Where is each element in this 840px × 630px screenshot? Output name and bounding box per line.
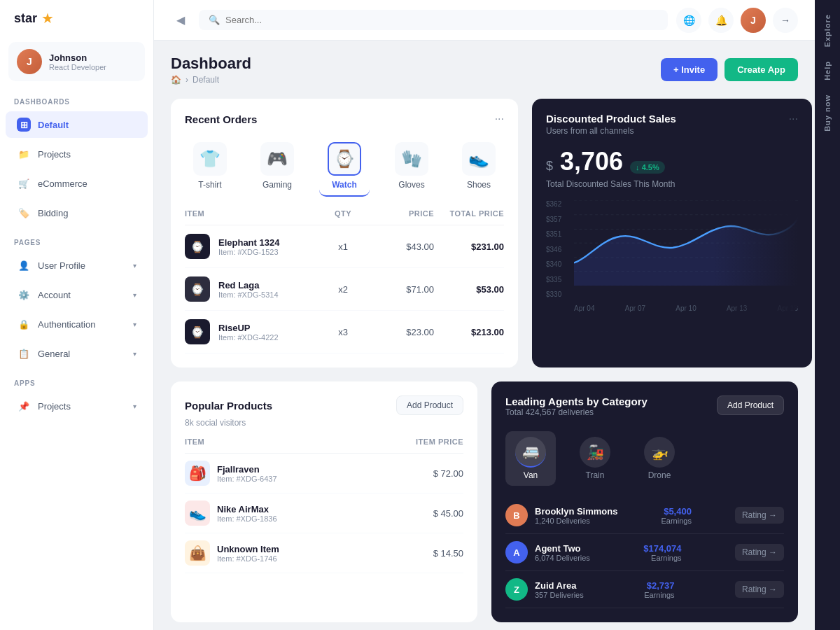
user-role: React Developer — [49, 63, 106, 71]
sidebar-toggle-button[interactable]: ◀ — [171, 10, 190, 30]
order-tab-gaming[interactable]: 🎮 Gaming — [252, 136, 302, 197]
bottom-grid: Popular Products Add Product 8k social v… — [171, 382, 798, 622]
table-row: ⌚ Elephant 1324 Item: #XDG-1523 x1 $43.0… — [185, 225, 504, 268]
tab-label-drone: Drone — [648, 470, 671, 480]
order-tab-watch[interactable]: ⌚ Watch — [319, 136, 370, 197]
content-area: Dashboard 🏠 › Default + Invite Create Ap… — [154, 41, 815, 630]
globe-icon-button[interactable]: 🌐 — [676, 8, 701, 33]
col-item: ITEM — [185, 209, 315, 218]
agent-earnings-label: Earnings — [643, 554, 681, 562]
agent-tab-drone[interactable]: 🚁 Drone — [634, 431, 685, 486]
sidebar-item-user-profile[interactable]: 👤 User Profile ▾ — [6, 252, 148, 279]
sales-badge: ↓ 4.5% — [630, 161, 665, 174]
sales-card-title: Discounted Product Sales — [546, 113, 676, 125]
product-thumb: 👜 — [185, 540, 210, 566]
order-item-thumb: ⌚ — [185, 234, 210, 259]
section-title-dashboards: DASHBOARDS — [0, 87, 153, 110]
breadcrumb: 🏠 › Default — [171, 75, 251, 85]
sales-card-subtitle: Users from all channels — [546, 126, 676, 136]
page-title: Dashboard — [171, 55, 251, 73]
chevron-down-icon: ▾ — [133, 291, 136, 299]
create-app-button[interactable]: Create App — [724, 58, 798, 81]
agent-earnings: $5,400 — [662, 506, 692, 517]
sidebar-item-label: Projects — [38, 149, 71, 160]
explore-sidebar-item[interactable]: Explore — [823, 14, 832, 47]
agents-title: Leading Agents by Category — [505, 396, 648, 407]
sidebar-user[interactable]: J Johnson React Developer — [8, 42, 145, 81]
tab-label-watch: Watch — [332, 180, 357, 190]
add-product-button[interactable]: Add Product — [396, 396, 463, 415]
rating-button[interactable]: Rating → — [735, 507, 784, 524]
agents-add-product-button[interactable]: Add Product — [717, 396, 784, 415]
chart-y-label: $335 — [546, 276, 561, 284]
chart-y-label: $330 — [546, 290, 561, 298]
sidebar-item-general[interactable]: 📋 General ▾ — [6, 340, 148, 367]
order-tab-tshirt[interactable]: 👕 T-shirt — [185, 136, 235, 197]
chart-y-label: $346 — [546, 246, 561, 253]
sidebar-item-label: eCommerce — [38, 178, 88, 189]
discounted-sales-card: Discounted Product Sales Users from all … — [532, 99, 812, 368]
product-info: 👜 Unknown Item Item: #XDG-1746 — [185, 540, 393, 566]
train-icon: 🚂 — [580, 437, 610, 468]
agent-earnings-label: Earnings — [644, 591, 674, 599]
watch-icon: ⌚ — [328, 142, 361, 176]
pin-icon: 📌 — [17, 399, 31, 413]
card-menu-icon[interactable]: ··· — [495, 113, 504, 125]
order-total: $53.00 — [434, 284, 504, 295]
agent-row-info: B Brooklyn Simmons 1,240 Deliveries — [505, 504, 617, 526]
sidebar-item-default[interactable]: ⊞ Default — [6, 111, 148, 138]
notification-icon-button[interactable]: 🔔 — [708, 8, 734, 33]
tab-label-gaming: Gaming — [262, 180, 292, 190]
sales-card-menu-icon[interactable]: ··· — [789, 113, 798, 125]
search-input[interactable] — [225, 15, 658, 25]
chart-x-label: Apr 10 — [676, 304, 696, 312]
order-total: $213.00 — [434, 327, 504, 337]
order-item-info: ⌚ Red Laga Item: #XDG-5314 — [185, 276, 315, 302]
search-icon: 🔍 — [209, 15, 220, 25]
help-sidebar-item[interactable]: Help — [823, 61, 832, 80]
order-item-id: Item: #XDG-5314 — [218, 290, 279, 299]
sidebar-item-ecommerce[interactable]: 🛒 eCommerce — [6, 170, 148, 197]
sidebar-item-projects[interactable]: 📁 Projects — [6, 141, 148, 167]
sales-label: Total Discounted Sales This Month — [546, 179, 798, 189]
buy-now-sidebar-item[interactable]: Buy now — [823, 94, 832, 132]
product-id: Item: #XDG-1836 — [217, 514, 277, 523]
chart-y-labels: $362 $357 $351 $346 $340 $335 $330 — [546, 200, 561, 298]
order-price: $71.00 — [371, 284, 434, 295]
col-item: ITEM — [185, 438, 393, 446]
order-item-name: RiseUP — [218, 323, 279, 333]
chart-y-label: $340 — [546, 260, 561, 268]
agent-avatar: Z — [505, 578, 528, 601]
tab-label-van: Van — [524, 470, 538, 480]
product-thumb: 👟 — [185, 500, 210, 526]
arrow-right-icon-button[interactable]: → — [773, 8, 798, 33]
order-item-name: Red Laga — [218, 280, 279, 290]
order-tab-gloves[interactable]: 🧤 Gloves — [386, 136, 437, 197]
order-total: $231.00 — [434, 241, 504, 252]
sidebar-item-bidding[interactable]: 🏷️ Bidding — [6, 200, 148, 226]
recent-orders-header: Recent Orders ··· — [185, 113, 504, 125]
search-bar[interactable]: 🔍 — [199, 10, 668, 30]
sidebar-item-account[interactable]: ⚙️ Account ▾ — [6, 281, 148, 308]
gaming-icon: 🎮 — [260, 142, 294, 176]
invite-button[interactable]: + Invite — [661, 58, 718, 81]
topbar-actions: 🌐 🔔 J → — [676, 8, 798, 33]
user-avatar-button[interactable]: J — [741, 8, 766, 33]
order-qty: x2 — [315, 284, 371, 295]
agent-row: Z Zuid Area 357 Deliveries $2,737 Earnin… — [505, 571, 784, 608]
product-id: Item: #XDG-6437 — [217, 475, 277, 483]
order-tab-shoes[interactable]: 👟 Shoes — [454, 136, 504, 197]
agent-tab-train[interactable]: 🚂 Train — [570, 431, 620, 486]
sales-number: 3,706 — [560, 147, 623, 176]
sidebar-item-authentication[interactable]: 🔒 Authentication ▾ — [6, 311, 148, 337]
page-title-area: Dashboard 🏠 › Default — [171, 55, 251, 85]
agent-tab-van[interactable]: 🚐 Van — [505, 431, 556, 486]
sidebar-item-label: Default — [38, 120, 69, 130]
rating-button[interactable]: Rating → — [735, 544, 784, 561]
leading-agents-card: Leading Agents by Category Total 424,567… — [491, 382, 798, 622]
col-price: PRICE — [371, 209, 434, 218]
agent-deliveries: 6,074 Deliveries — [535, 554, 590, 562]
breadcrumb-separator: › — [186, 75, 188, 85]
sidebar-item-projects-app[interactable]: 📌 Projects ▾ — [6, 393, 148, 419]
rating-button[interactable]: Rating → — [735, 581, 784, 598]
